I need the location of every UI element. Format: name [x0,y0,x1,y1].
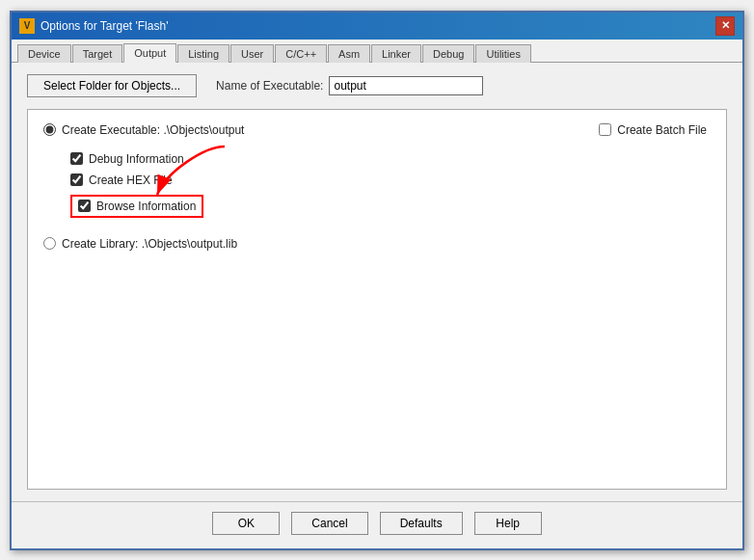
window-title: Options for Target 'Flash' [40,19,168,33]
indented-options: Debug Information Create HEX File [70,152,711,218]
tab-utilities[interactable]: Utilities [475,44,530,63]
ok-button[interactable]: OK [212,512,280,535]
tab-asm[interactable]: Asm [328,44,370,63]
tab-target[interactable]: Target [72,44,123,63]
bottom-buttons: OK Cancel Defaults Help [12,502,742,548]
name-exe-input[interactable] [329,76,483,95]
create-hex-label: Create HEX File [89,173,173,187]
create-batch-label: Create Batch File [617,123,707,137]
browse-info-checkbox[interactable] [78,200,91,212]
app-icon: V [19,18,35,34]
tab-output[interactable]: Output [123,43,176,63]
cancel-button[interactable]: Cancel [291,512,367,535]
browse-info-label: Browse Information [96,200,196,213]
create-batch-section: Create Batch File [599,123,707,137]
create-hex-row: Create HEX File [70,173,711,187]
title-bar: V Options for Target 'Flash' ✕ [12,13,742,40]
arrow-annotation [148,142,244,200]
content-area: Select Folder for Objects... Name of Exe… [12,63,742,501]
tab-cpp[interactable]: C/C++ [275,44,327,63]
close-button[interactable]: ✕ [715,16,735,36]
tab-device[interactable]: Device [17,44,71,63]
help-button[interactable]: Help [474,512,542,535]
options-box: Create Batch File Create Executable: .\O… [27,109,727,490]
create-batch-checkbox[interactable] [599,123,611,136]
debug-info-row: Debug Information [70,152,711,166]
top-row: Select Folder for Objects... Name of Exe… [27,74,727,97]
create-executable-radio[interactable] [43,123,56,136]
browse-info-row: Browse Information [70,195,203,218]
name-exe-label: Name of Executable: [216,79,323,93]
debug-info-label: Debug Information [89,152,184,166]
tab-user[interactable]: User [230,44,274,63]
radio-group: Create Executable: .\Objects\output Debu… [43,123,711,251]
tab-debug[interactable]: Debug [422,44,474,63]
tab-linker[interactable]: Linker [371,44,421,63]
title-bar-left: V Options for Target 'Flash' [19,18,168,34]
create-executable-label: Create Executable: .\Objects\output [62,123,244,137]
defaults-button[interactable]: Defaults [380,512,463,535]
create-library-radio[interactable] [43,237,56,250]
create-library-row: Create Library: .\Objects\output.lib [43,237,711,251]
tab-listing[interactable]: Listing [177,44,229,63]
browse-info-container: Browse Information [70,195,711,218]
create-hex-checkbox[interactable] [70,173,83,186]
select-folder-button[interactable]: Select Folder for Objects... [27,74,197,97]
tabs-bar: Device Target Output Listing User C/C++ … [12,40,742,63]
debug-info-checkbox[interactable] [70,152,83,165]
name-exe-group: Name of Executable: [216,76,483,95]
main-window: V Options for Target 'Flash' ✕ Device Ta… [10,11,744,550]
create-library-label: Create Library: .\Objects\output.lib [62,237,237,251]
